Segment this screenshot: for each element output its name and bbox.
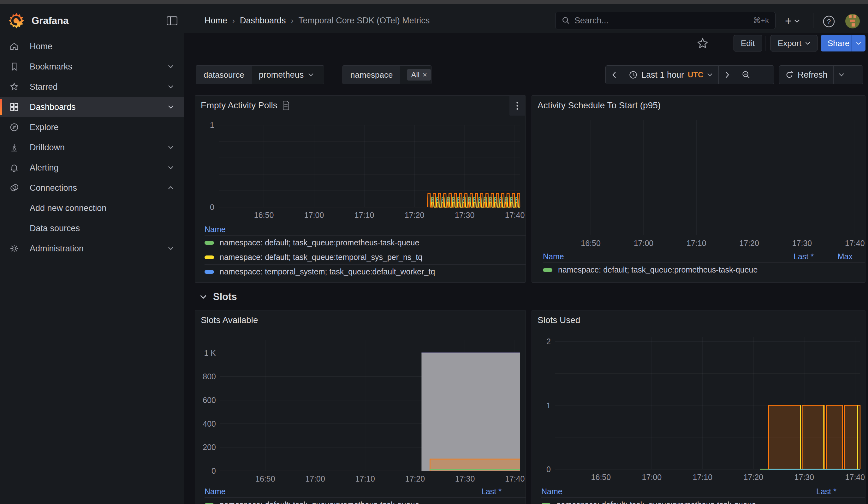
legend-row[interactable]: namespace: default; task_queue:prometheu… [205,235,526,250]
chevron-down-icon [200,295,207,299]
legend-column-name[interactable]: Name [205,487,481,496]
svg-text:16:50: 16:50 [255,474,275,483]
legend-row[interactable]: namespace: temporal_system; task_queue:d… [205,264,526,279]
panel-title[interactable]: Slots Available [201,315,258,325]
panel-title[interactable]: Activity Schedule To Start (p95) [538,101,661,111]
sidebar-item-add-new-connection[interactable]: Add new connection [0,198,184,218]
panel-title[interactable]: Slots Used [538,315,580,325]
sidebar-item-connections[interactable]: Connections [0,178,184,198]
sidebar-nav: Home Bookmarks Starred D [0,33,184,504]
sidebar-item-drilldown[interactable]: Drilldown [0,137,184,157]
series-color-pill[interactable] [205,256,214,259]
share-options-button[interactable] [851,35,866,51]
svg-text:17:10: 17:10 [354,210,374,219]
series-color-pill[interactable] [541,503,551,504]
sidebar-item-explore[interactable]: Explore [0,117,184,137]
legend-column-name[interactable]: Name [205,225,513,234]
chevron-down-icon[interactable] [168,65,174,69]
clock-icon [629,70,638,79]
edit-button[interactable]: Edit [734,35,762,51]
activity-schedule-chart[interactable]: 16:5017:0017:1017:2017:3017:40 [532,117,865,250]
time-shift-forward-button[interactable] [719,66,736,84]
svg-text:400: 400 [203,419,216,428]
chevron-down-icon[interactable] [168,146,174,150]
sidebar-item-starred[interactable]: Starred [0,77,184,97]
panel-title[interactable]: Empty Activity Polls [201,101,277,111]
chevron-down-icon[interactable] [168,247,174,250]
favorite-star-icon[interactable] [696,37,709,50]
chevron-down-icon [707,73,713,77]
breadcrumb-dashboards[interactable]: Dashboards [240,16,286,25]
datasource-value-dropdown[interactable]: prometheus [252,66,321,84]
series-color-pill[interactable] [205,503,214,504]
refresh-button[interactable]: Refresh [779,66,834,84]
new-button[interactable]: + [785,14,800,28]
legend-column-last[interactable]: Last * [816,487,836,496]
legend-column-max[interactable]: Max [814,252,852,261]
svg-text:2: 2 [546,337,551,346]
remove-value-icon[interactable]: × [423,70,427,79]
legend-row[interactable]: namespace: default; task_queue:prometheu… [541,497,865,504]
section-title: Slots [213,291,237,302]
app-header: Grafana Home › Dashboards › Temporal Cor… [0,4,868,33]
time-range-picker[interactable]: Last 1 hour UTC [623,66,719,84]
sidebar-item-bookmarks[interactable]: Bookmarks [0,56,184,77]
legend-column-last[interactable]: Last * [766,252,814,261]
time-shift-back-button[interactable] [606,66,623,84]
home-icon [9,42,19,51]
row-slots[interactable]: Slots [200,291,237,302]
svg-text:1 K: 1 K [204,349,216,358]
svg-text:17:00: 17:00 [304,210,324,219]
panel-header: Activity Schedule To Start (p95) [532,96,865,115]
export-button[interactable]: Export [771,35,817,51]
sidebar-item-home[interactable]: Home [0,36,184,56]
legend-row[interactable]: namespace: default; task_queue:prometheu… [205,497,526,504]
dock-sidebar-icon[interactable] [167,17,177,25]
namespace-all-chip[interactable]: All × [407,69,431,81]
slots-available-chart[interactable]: 16:5017:0017:1017:2017:3017:401 K8006004… [195,336,526,484]
chevron-down-icon[interactable] [168,105,174,109]
chevron-down-icon[interactable] [168,166,174,169]
zoom-out-icon [742,70,751,79]
slots-used-chart[interactable]: 16:5017:0017:1017:2017:3017:40210 [532,332,865,481]
panel-menu-button[interactable] [509,96,525,116]
legend-column-name[interactable]: Name [543,252,766,261]
series-color-pill[interactable] [205,241,214,245]
empty-activity-polls-chart[interactable]: 16:5017:0017:1017:2017:3017:4010 [195,120,526,222]
svg-text:1: 1 [210,121,214,130]
plus-icon: + [785,14,792,28]
panel-header: Slots Used [532,310,865,330]
breadcrumb-home[interactable]: Home [205,16,227,25]
sidebar-item-data-sources[interactable]: Data sources [0,218,184,238]
dashboards-grid-icon [9,102,19,112]
search-placeholder: Search... [575,16,753,25]
legend-column-name[interactable]: Name [541,487,816,496]
chevron-down-icon[interactable] [168,85,174,89]
timezone-label: UTC [688,70,703,79]
connections-icon [9,183,19,193]
series-color-pill[interactable] [205,270,214,274]
svg-text:17:20: 17:20 [405,474,425,483]
user-avatar[interactable] [845,14,860,28]
sidebar-item-administration[interactable]: Administration [0,238,184,259]
svg-text:16:50: 16:50 [581,239,601,248]
os-titlebar-strip [0,0,868,4]
zoom-out-button[interactable] [736,66,756,84]
namespace-value-dropdown[interactable]: All × ✕ [400,66,432,84]
refresh-icon [785,70,794,79]
chevron-up-icon[interactable] [168,186,174,190]
svg-text:?: ? [827,18,831,25]
help-icon[interactable]: ? [823,15,835,28]
datasource-label: datasource [196,66,252,84]
refresh-interval-dropdown[interactable] [834,66,849,84]
sidebar-item-dashboards[interactable]: Dashboards [0,97,184,117]
svg-text:17:00: 17:00 [305,474,325,483]
legend-column-last[interactable]: Last * [481,487,502,496]
legend-row[interactable]: namespace: default; task_queue:prometheu… [543,263,865,277]
grafana-logo[interactable] [8,11,25,32]
legend-row[interactable]: namespace: default; task_queue:temporal_… [205,250,526,264]
search-input[interactable]: Search... ⌘+k [555,12,776,29]
series-color-pill[interactable] [543,268,552,272]
sidebar-item-alerting[interactable]: Alerting [0,157,184,178]
panel-description-icon[interactable] [282,101,290,110]
